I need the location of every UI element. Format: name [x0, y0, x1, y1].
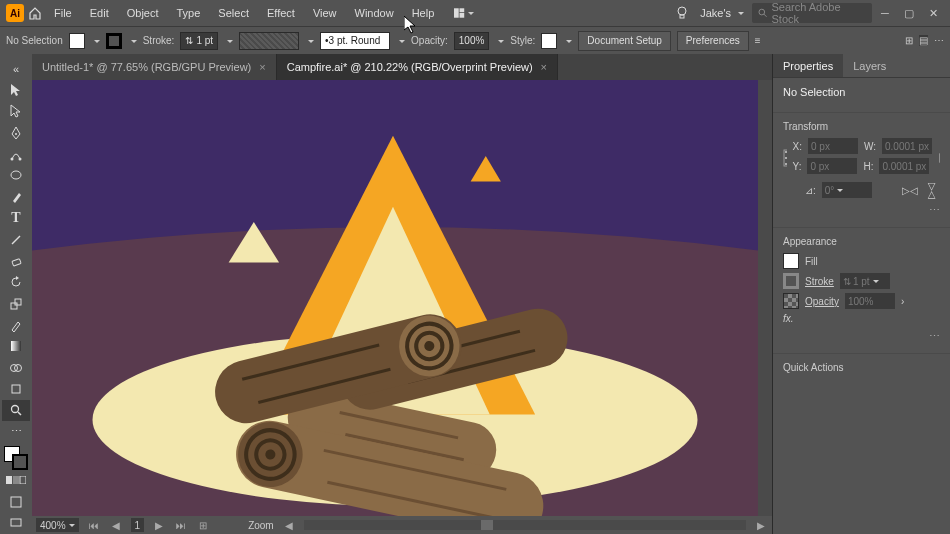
menu-type[interactable]: Type	[169, 3, 209, 23]
opacity-link[interactable]: Opacity	[805, 296, 839, 307]
fill-stroke-swatches[interactable]	[4, 446, 28, 469]
draw-mode-icon[interactable]	[2, 491, 30, 512]
y-field[interactable]: 0 px	[807, 158, 857, 174]
stroke-link[interactable]: Stroke	[805, 276, 834, 287]
search-input[interactable]: Search Adobe Stock	[752, 3, 872, 23]
vertical-scrollbar[interactable]	[758, 80, 772, 516]
opacity-field[interactable]: 100%	[454, 32, 490, 50]
brush-dropdown[interactable]	[396, 35, 405, 46]
flip-h-icon[interactable]: ▷◁	[902, 185, 918, 196]
menu-effect[interactable]: Effect	[259, 3, 303, 23]
last-artboard-icon[interactable]: ⏭	[174, 518, 188, 532]
home-icon[interactable]	[26, 4, 44, 22]
transform-more-icon[interactable]: ⋯	[783, 202, 940, 219]
first-artboard-icon[interactable]: ⏮	[87, 518, 101, 532]
rotate-tool[interactable]	[2, 272, 30, 293]
arrange-icon[interactable]	[454, 3, 474, 23]
scroll-right-icon[interactable]: ▶	[754, 518, 768, 532]
brush-tool[interactable]	[2, 186, 30, 207]
close-icon[interactable]: ✕	[926, 6, 940, 20]
status-word: Zoom	[248, 520, 274, 531]
gradient-tool[interactable]	[2, 336, 30, 357]
document-setup-button[interactable]: Document Setup	[578, 31, 671, 51]
stroke-weight-field[interactable]: ⇅1 pt	[180, 32, 218, 50]
stroke-chip[interactable]	[783, 273, 799, 289]
fx-button[interactable]: fx.	[783, 313, 794, 324]
screen-mode-icon[interactable]	[2, 513, 30, 534]
maximize-icon[interactable]: ▢	[902, 6, 916, 20]
line-tool[interactable]	[2, 229, 30, 250]
selection-tool[interactable]	[2, 79, 30, 100]
tab-close-icon[interactable]: ×	[541, 61, 547, 73]
style-swatch[interactable]	[541, 33, 557, 49]
align-icon[interactable]: ≡	[755, 35, 761, 46]
minimize-icon[interactable]: ─	[878, 6, 892, 20]
menu-object[interactable]: Object	[119, 3, 167, 23]
stroke-profile[interactable]	[239, 32, 299, 50]
reference-point-icon[interactable]	[783, 149, 787, 167]
edit-toolbar-icon[interactable]: ⋯	[2, 421, 30, 442]
w-field[interactable]: 0.0001 px	[882, 138, 932, 154]
type-tool[interactable]: T	[2, 208, 30, 229]
artboard-tool[interactable]	[2, 378, 30, 399]
stroke-weight-panel[interactable]: ⇅1 pt	[840, 273, 890, 289]
tab-properties[interactable]: Properties	[773, 54, 843, 77]
style-dropdown[interactable]	[563, 35, 572, 46]
eraser-tool[interactable]	[2, 250, 30, 271]
canvas[interactable]	[32, 80, 758, 516]
opacity-dropdown[interactable]	[495, 35, 504, 46]
artboard-nav-icon[interactable]: ⊞	[196, 518, 210, 532]
horizontal-scrollbar[interactable]	[304, 520, 746, 530]
menu-window[interactable]: Window	[347, 3, 402, 23]
fill-chip[interactable]	[783, 253, 799, 269]
brush-field[interactable]: • 3 pt. Round	[320, 32, 390, 50]
menu-select[interactable]: Select	[210, 3, 257, 23]
scale-tool[interactable]	[2, 293, 30, 314]
stroke-weight-dropdown[interactable]	[224, 35, 233, 46]
chevron-right-icon[interactable]: ›	[901, 296, 904, 307]
next-artboard-icon[interactable]: ▶	[152, 518, 166, 532]
tab-campfire[interactable]: Campfire.ai* @ 210.22% (RGB/Overprint Pr…	[277, 54, 558, 80]
rectangle-tool[interactable]	[2, 165, 30, 186]
curvature-tool[interactable]	[2, 143, 30, 164]
opacity-chip[interactable]	[783, 293, 799, 309]
flip-v-icon[interactable]: ▷◁	[927, 182, 938, 198]
lightbulb-icon[interactable]	[672, 3, 692, 23]
more-icon[interactable]: ⋯	[934, 35, 944, 46]
pen-tool[interactable]	[2, 122, 30, 143]
svg-line-6	[764, 14, 767, 17]
grid-icon[interactable]: ⊞	[905, 35, 913, 46]
panel-icon[interactable]: ▤	[919, 35, 928, 46]
menu-file[interactable]: File	[46, 3, 80, 23]
menu-edit[interactable]: Edit	[82, 3, 117, 23]
collapse-icon[interactable]: «	[2, 58, 30, 79]
link-icon[interactable]	[938, 149, 940, 167]
x-field[interactable]: 0 px	[808, 138, 858, 154]
appearance-more-icon[interactable]: ⋯	[783, 328, 940, 345]
scroll-left-icon[interactable]: ◀	[282, 518, 296, 532]
eyedropper-tool[interactable]	[2, 314, 30, 335]
direct-selection-tool[interactable]	[2, 101, 30, 122]
fill-swatch[interactable]	[69, 33, 85, 49]
svg-rect-15	[11, 341, 21, 351]
profile-dropdown[interactable]	[305, 35, 314, 46]
opacity-panel-field[interactable]: 100%	[845, 293, 895, 309]
prev-artboard-icon[interactable]: ◀	[109, 518, 123, 532]
stroke-swatch[interactable]	[106, 33, 122, 49]
tab-untitled[interactable]: Untitled-1* @ 77.65% (RGB/GPU Preview)×	[32, 54, 277, 80]
tab-layers[interactable]: Layers	[843, 54, 896, 77]
workspace-switcher[interactable]: Jake's	[694, 5, 750, 21]
tab-close-icon[interactable]: ×	[259, 61, 265, 73]
color-mode-icon[interactable]	[2, 470, 30, 491]
fill-dropdown[interactable]	[91, 35, 100, 46]
shape-builder-tool[interactable]	[2, 357, 30, 378]
menu-view[interactable]: View	[305, 3, 345, 23]
preferences-button[interactable]: Preferences	[677, 31, 749, 51]
h-field[interactable]: 0.0001 px	[879, 158, 929, 174]
menu-help[interactable]: Help	[404, 3, 443, 23]
artboard-number[interactable]: 1	[131, 518, 145, 532]
stroke-dropdown[interactable]	[128, 35, 137, 46]
zoom-tool[interactable]	[2, 400, 30, 421]
angle-field[interactable]: 0°	[822, 182, 872, 198]
zoom-level[interactable]: 400%	[36, 518, 79, 532]
